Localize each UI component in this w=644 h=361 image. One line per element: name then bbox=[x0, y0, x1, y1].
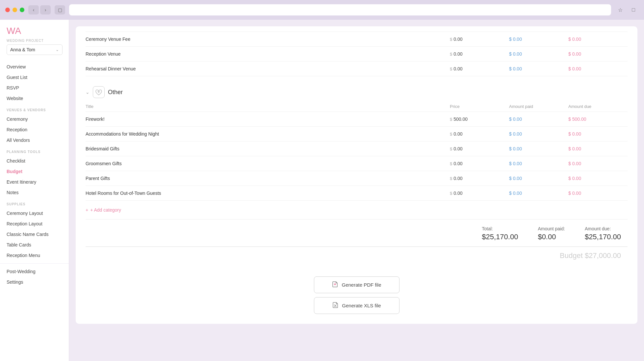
price-value: 500.00 bbox=[453, 116, 468, 122]
sidebar-item-checklist[interactable]: Checklist bbox=[0, 156, 69, 166]
row-amount-due: $ 0.00 bbox=[568, 66, 628, 71]
sidebar-toggle-button[interactable]: ▢ bbox=[55, 5, 65, 14]
traffic-lights bbox=[5, 8, 24, 12]
sidebar-item-rsvp[interactable]: RSVP bbox=[0, 83, 69, 93]
add-category-label: + Add category bbox=[90, 207, 121, 213]
sidebar-item-overview[interactable]: Overview bbox=[0, 62, 69, 72]
sidebar-item-table-cards[interactable]: Table Cards bbox=[0, 240, 69, 250]
dollar-sign: $ bbox=[450, 132, 452, 137]
sidebar-item-classic-name-cards[interactable]: Classic Name Cards bbox=[0, 229, 69, 240]
sidebar-item-settings[interactable]: Settings bbox=[0, 277, 69, 287]
header-amount-paid: Amount paid bbox=[509, 104, 568, 109]
generate-xls-button[interactable]: Generate XLS file bbox=[314, 297, 399, 314]
sidebar-item-event-itinerary[interactable]: Event Itinerary bbox=[0, 177, 69, 187]
price-value: 0.00 bbox=[453, 176, 462, 181]
row-amount-due: $ 0.00 bbox=[568, 161, 628, 166]
table-row: Bridesmaid Gifts $ 0.00 $ 0.00 $ 0.00 bbox=[86, 142, 628, 156]
traffic-light-green[interactable] bbox=[20, 8, 24, 12]
table-row: Reception Venue $ 0.00 $ 0.00 $ 0.00 bbox=[86, 47, 628, 62]
row-amount-due: $ 0.00 bbox=[568, 146, 628, 151]
row-title: Groomsmen Gifts bbox=[86, 161, 450, 166]
other-section: ⌄ Other Title Price Amount paid bbox=[76, 76, 637, 270]
price-value: 0.00 bbox=[453, 66, 462, 71]
sidebar-item-reception[interactable]: Reception bbox=[0, 124, 69, 135]
sidebar-item-reception-menu[interactable]: Reception Menu bbox=[0, 250, 69, 261]
generate-pdf-button[interactable]: Generate PDF file bbox=[314, 276, 399, 293]
row-price: $ 0.00 bbox=[450, 66, 509, 71]
table-row: Hotel Rooms for Out-of-Town Guests $ 0.0… bbox=[86, 186, 628, 201]
add-category-button[interactable]: + + Add category bbox=[86, 201, 628, 219]
chevron-down-icon[interactable]: ⌄ bbox=[86, 90, 90, 95]
dollar-sign: $ bbox=[450, 66, 452, 71]
row-amount-paid: $ 0.00 bbox=[509, 176, 568, 181]
sidebar-item-website[interactable]: Website bbox=[0, 93, 69, 104]
row-title: Firework! bbox=[86, 116, 450, 122]
summary-amount-paid: Amount paid: $0.00 bbox=[538, 226, 565, 241]
row-price: $ 0.00 bbox=[450, 51, 509, 57]
row-amount-due: $ 0.00 bbox=[568, 51, 628, 57]
forward-button[interactable]: › bbox=[40, 5, 51, 14]
summary-section: Total: $25,170.00 Amount paid: $0.00 Amo… bbox=[86, 219, 628, 267]
logo: WA bbox=[7, 26, 21, 36]
bookmark-button[interactable]: ☆ bbox=[615, 5, 626, 14]
sidebar-item-ceremony[interactable]: Ceremony bbox=[0, 114, 69, 124]
sidebar: WA WEDDING PROJECT Anna & Tom ⌄ Overview… bbox=[0, 20, 69, 361]
back-button[interactable]: ‹ bbox=[28, 5, 39, 14]
url-input[interactable]: https://planning.wedding/project/budget bbox=[79, 7, 606, 13]
pdf-button-label: Generate PDF file bbox=[342, 282, 381, 288]
row-title: Parent Gifts bbox=[86, 176, 450, 181]
row-price: $ 0.00 bbox=[450, 161, 509, 166]
project-selector[interactable]: Anna & Tom ⌄ bbox=[7, 44, 63, 55]
total-value: $25,170.00 bbox=[482, 233, 518, 241]
row-amount-paid: $ 0.00 bbox=[509, 116, 568, 122]
dollar-sign: $ bbox=[450, 146, 452, 151]
sidebar-item-notes[interactable]: Notes bbox=[0, 187, 69, 198]
app-container: WA WEDDING PROJECT Anna & Tom ⌄ Overview… bbox=[0, 20, 644, 361]
row-amount-due: $ 500.00 bbox=[568, 116, 628, 122]
budget-total-text: Budget $27,000.00 bbox=[560, 251, 621, 260]
sidebar-item-guest-list[interactable]: Guest List bbox=[0, 72, 69, 83]
planning-section-label: PLANNING TOOLS bbox=[0, 145, 69, 156]
xls-button-label: Generate XLS file bbox=[342, 303, 381, 308]
row-title: Bridesmaid Gifts bbox=[86, 146, 450, 151]
price-value: 0.00 bbox=[453, 131, 462, 137]
sidebar-item-reception-layout[interactable]: Reception Layout bbox=[0, 219, 69, 229]
amount-due-label: Amount due: bbox=[585, 226, 621, 231]
sidebar-divider bbox=[0, 263, 69, 264]
section-title: Other bbox=[108, 89, 123, 96]
price-value: 0.00 bbox=[453, 146, 462, 151]
header-price: Price bbox=[450, 104, 509, 109]
row-amount-paid: $ 0.00 bbox=[509, 51, 568, 57]
wedding-project-label: WEDDING PROJECT bbox=[7, 39, 44, 42]
sidebar-item-budget[interactable]: Budget bbox=[0, 166, 69, 177]
table-row: Firework! $ 500.00 $ 0.00 $ 500.00 bbox=[86, 112, 628, 127]
fullscreen-button[interactable]: □ bbox=[628, 5, 639, 14]
plus-icon: + bbox=[86, 207, 88, 213]
price-value: 0.00 bbox=[453, 37, 462, 42]
browser-chrome: ‹ › ▢ https://planning.wedding/project/b… bbox=[0, 0, 644, 20]
svg-rect-1 bbox=[98, 90, 99, 93]
sidebar-item-ceremony-layout[interactable]: Ceremony Layout bbox=[0, 208, 69, 219]
supplies-section-label: SUPPLIES bbox=[0, 198, 69, 208]
dollar-sign: $ bbox=[450, 52, 452, 57]
pdf-icon bbox=[332, 281, 338, 289]
table-row: Rehearsal Dinner Venue $ 0.00 $ 0.00 $ 0… bbox=[86, 62, 628, 76]
traffic-light-yellow[interactable] bbox=[13, 8, 17, 12]
row-price: $ 500.00 bbox=[450, 116, 509, 122]
row-amount-paid: $ 0.00 bbox=[509, 146, 568, 151]
traffic-light-red[interactable] bbox=[5, 8, 10, 12]
budget-total-line: Budget $27,000.00 bbox=[86, 246, 628, 260]
logo-area: WA WEDDING PROJECT Anna & Tom ⌄ bbox=[0, 26, 69, 62]
summary-amount-due: Amount due: $25,170.00 bbox=[585, 226, 621, 241]
sidebar-item-post-wedding[interactable]: Post-Wedding bbox=[0, 266, 69, 277]
row-price: $ 0.00 bbox=[450, 131, 509, 137]
row-amount-paid: $ 0.00 bbox=[509, 161, 568, 166]
row-title: Hotel Rooms for Out-of-Town Guests bbox=[86, 191, 450, 196]
row-amount-due: $ 0.00 bbox=[568, 131, 628, 137]
sidebar-item-all-vendors[interactable]: All Vendors bbox=[0, 135, 69, 145]
price-value: 0.00 bbox=[453, 51, 462, 57]
dollar-sign: $ bbox=[450, 176, 452, 181]
row-title: Reception Venue bbox=[86, 51, 450, 57]
xls-icon bbox=[332, 301, 339, 310]
other-table-header-row: Title Price Amount paid Amount due bbox=[86, 101, 628, 112]
